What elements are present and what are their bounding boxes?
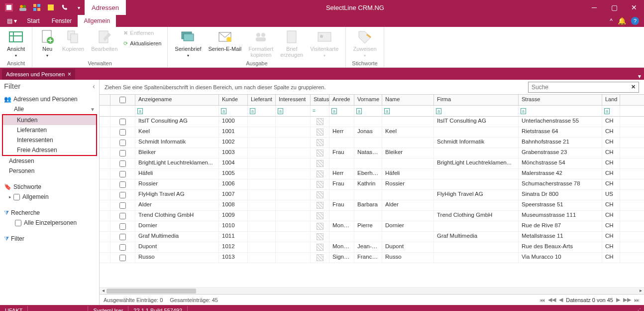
nav-next-icon[interactable]: ▶ (616, 297, 621, 303)
search-input[interactable] (529, 84, 628, 91)
doc-tab-adressen[interactable]: Adressen und Personen × (2, 69, 75, 80)
menu-fenster[interactable]: Fenster (46, 15, 78, 27)
group-by-bar[interactable]: Ziehen Sie eine Spaltenüberschrift in di… (100, 80, 644, 95)
filter-item-freie[interactable]: Freie Adressen (3, 145, 96, 155)
filter-section-stichworte[interactable]: 🔖 Stichworte (0, 182, 99, 192)
row-checkbox[interactable] (119, 223, 126, 230)
nav-first-icon[interactable]: ⏮ (539, 297, 545, 303)
filter-fir[interactable]: a (434, 106, 519, 116)
row-checkbox[interactable] (119, 255, 126, 261)
filter-item-allgemein[interactable]: ▸ Allgemein (0, 192, 99, 202)
col-firma[interactable]: Firma (434, 95, 519, 105)
filter-int[interactable]: a (276, 106, 311, 116)
qat-grid-icon[interactable] (31, 1, 43, 13)
filter-land[interactable]: a (602, 106, 620, 116)
filter-item-kunden[interactable]: Kunden (3, 115, 96, 125)
help-icon[interactable]: ? (631, 17, 639, 25)
table-row[interactable]: ItsIT Consulting AG1000ItsIT Consulting … (100, 117, 644, 127)
table-row[interactable]: Bleiker1003FrauNatasc...BleikerGrabenstr… (100, 148, 644, 158)
col-land[interactable]: Land (602, 95, 620, 105)
table-row[interactable]: Schmidt Informatik1002Schmidt Informatik… (100, 138, 644, 148)
row-checkbox[interactable] (119, 213, 126, 219)
filter-item-personen[interactable]: Personen (0, 166, 99, 176)
row-checkbox[interactable] (119, 160, 126, 167)
minimize-button[interactable]: ─ (584, 0, 604, 15)
filter-name[interactable]: a (382, 106, 434, 116)
horizontal-scrollbar[interactable]: ◂ ▸ (100, 287, 644, 294)
filter-item-interessenten[interactable]: Interessenten (3, 135, 96, 145)
filter-section-filter[interactable]: ⧩ Filter (0, 234, 99, 244)
table-row[interactable]: BrightLight Leuchtreklamen...1004BrightL… (100, 158, 644, 169)
clear-search-icon[interactable]: ✕ (628, 84, 639, 90)
nav-prev-icon[interactable]: ◀ (558, 297, 563, 303)
filter-item-adressen[interactable]: Adressen (0, 156, 99, 166)
filter-section-adressen-personen[interactable]: 👥 Adressen und Personen (0, 94, 99, 104)
table-row[interactable]: Alder1008FrauBarbaraAlderSpeerstrasse 51… (100, 200, 644, 211)
filter-funnel-icon[interactable]: ▼ (90, 107, 99, 112)
panel-collapse-icon[interactable]: ‹ (93, 82, 95, 90)
row-checkbox[interactable] (119, 192, 126, 198)
col-status[interactable]: Status (311, 95, 329, 105)
row-checkbox[interactable] (119, 244, 126, 251)
close-icon[interactable]: × (68, 71, 71, 78)
col-interessent[interactable]: Interessent (276, 95, 311, 105)
file-menu-icon[interactable]: ▤ ▾ (3, 15, 21, 27)
filter-vor[interactable]: a (354, 106, 382, 116)
row-checkbox[interactable] (119, 234, 126, 240)
table-row[interactable]: Trend Clothing GmbH1009Trend Clothing Gm… (100, 211, 644, 221)
filter-str[interactable]: a (519, 106, 602, 116)
row-checkbox[interactable] (119, 119, 126, 125)
row-checkbox[interactable] (119, 150, 126, 156)
table-row[interactable]: Keel1001HerrJonasKeelRietstrasse 64CH (100, 127, 644, 138)
filter-anr[interactable]: a (329, 106, 354, 116)
bell-icon[interactable]: 🔔 (618, 17, 626, 25)
table-row[interactable]: Dupont1012Mons...Jean-LucDupontRue des B… (100, 242, 644, 253)
filter-item-alle[interactable]: Alle (0, 104, 90, 114)
table-row[interactable]: Graf Multimedia1011Graf MultimediaMetall… (100, 232, 644, 242)
grid-body[interactable]: ItsIT Consulting AG1000ItsIT Consulting … (100, 117, 644, 287)
ribbon-aktualisieren[interactable]: ⟳Aktualisieren (121, 38, 163, 48)
filter-sta[interactable]: = (311, 106, 329, 116)
table-row[interactable]: FlyHigh Travel AG1007FlyHigh Travel AGSi… (100, 190, 644, 200)
status-resize-icon[interactable]: ⋰ (636, 308, 644, 311)
scroll-thumb[interactable] (107, 289, 196, 294)
table-row[interactable]: Häfeli1005HerrEberhardHäfeliMalerstrasse… (100, 169, 644, 179)
col-anrede[interactable]: Anrede (329, 95, 354, 105)
nav-prev-page-icon[interactable]: ◀◀ (547, 297, 556, 303)
table-row[interactable]: Dornier1010Mons...PierreDornierRue de Ri… (100, 221, 644, 232)
col-checkbox[interactable] (110, 95, 135, 105)
ribbon-serienbrief[interactable]: Serienbrief▾ (172, 28, 204, 59)
nav-last-icon[interactable]: ⏭ (634, 297, 640, 303)
nav-next-page-icon[interactable]: ▶▶ (623, 297, 632, 303)
maximize-button[interactable]: ▢ (604, 0, 624, 15)
qat-dropdown-icon[interactable]: ▾ (73, 1, 85, 13)
qat-app-icon[interactable] (3, 1, 15, 13)
row-checkbox[interactable] (119, 171, 126, 177)
close-button[interactable]: ✕ (624, 0, 644, 15)
qat-note-icon[interactable] (45, 1, 57, 13)
filter-lief[interactable]: a (248, 106, 276, 116)
table-row[interactable]: Rossier1006FrauKathrinRossierSchumachers… (100, 179, 644, 190)
row-checkbox[interactable] (119, 202, 126, 209)
col-rowselector[interactable] (100, 95, 110, 105)
filter-kun[interactable]: a (219, 106, 248, 116)
qat-phone-icon[interactable] (59, 1, 71, 13)
ribbon-ansicht[interactable]: Ansicht▾ (4, 28, 28, 59)
col-strasse[interactable]: Strasse (519, 95, 602, 105)
col-anzeigename[interactable]: Anzeigename (135, 95, 219, 105)
filter-item-lieferanten[interactable]: Lieferanten (3, 125, 96, 135)
col-kunde[interactable]: Kunde (219, 95, 248, 105)
ribbon-serienemail[interactable]: Serien-E-Mail (206, 28, 245, 59)
ribbon-neu[interactable]: Neu▾ (36, 28, 58, 59)
col-vorname[interactable]: Vorname (354, 95, 382, 105)
allgemein-checkbox[interactable] (13, 194, 20, 200)
table-row[interactable]: Russo1013Signo...France...RussoVia Murac… (100, 253, 644, 263)
filter-anz[interactable]: a (135, 106, 219, 116)
qat-people-icon[interactable] (17, 1, 29, 13)
menu-start[interactable]: Start (21, 15, 45, 27)
scroll-right-icon[interactable]: ▸ (637, 288, 644, 295)
einzelpersonen-checkbox[interactable] (15, 220, 21, 226)
filter-item-einzelpersonen[interactable]: Alle Einzelpersonen (0, 218, 99, 228)
row-checkbox[interactable] (119, 181, 126, 188)
row-checkbox[interactable] (119, 129, 126, 136)
